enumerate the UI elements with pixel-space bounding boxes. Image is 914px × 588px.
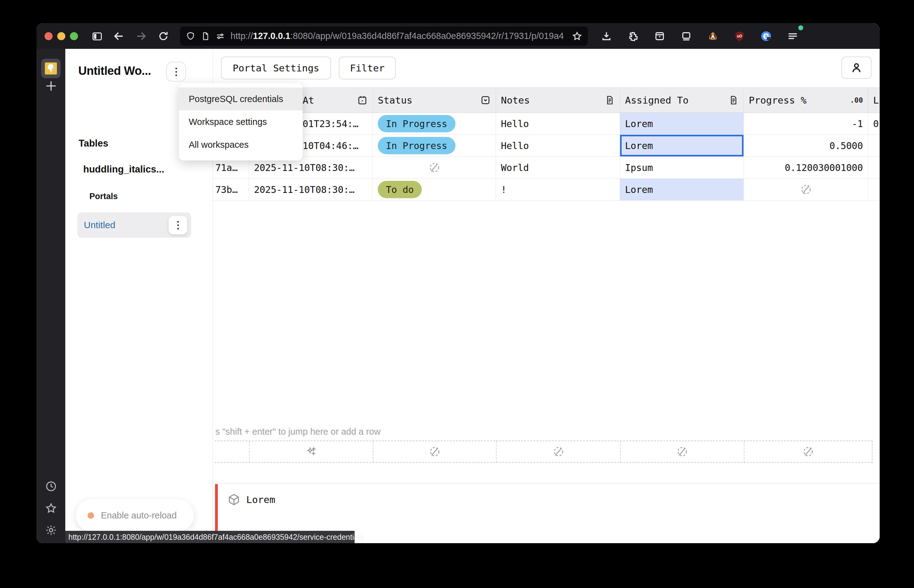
person-icon [850,61,863,74]
portal-menu-button[interactable] [169,215,188,235]
cell-notes[interactable]: ! [496,179,620,200]
header-l[interactable]: L [868,88,880,113]
menu-item-postgresql-credentials[interactable]: PostgreSQL credentials [179,87,303,110]
cell-progress[interactable]: -1 [744,113,868,134]
status-pill: To do [378,181,422,198]
history-clock-icon[interactable] [45,480,57,493]
menu-item-workspace-settings[interactable]: Workspace settings [179,110,303,133]
add-workspace-button[interactable] [44,79,58,94]
permissions-icon[interactable] [216,31,225,41]
forward-button[interactable] [133,27,150,45]
workspace-menu-button[interactable] [166,62,186,82]
user-button[interactable] [841,57,872,79]
sidebar-item-table[interactable]: huddling_italics... [83,164,164,175]
data-grid: At Status Notes [213,87,880,200]
status-bar-url: http://127.0.0.1:8080/app/w/019a36d4d86f… [68,533,364,542]
downloads-icon[interactable] [598,27,615,45]
cell-status[interactable]: In Progress [373,135,496,157]
cell-progress[interactable]: 0.5000 [744,135,868,157]
pin-icon [45,63,57,74]
app-sidebar [37,49,65,543]
cell-notes[interactable]: Hello [496,135,620,157]
new-cell-created-at[interactable] [249,441,373,462]
sidebar-toggle-icon[interactable] [89,27,106,45]
update-badge [798,25,803,30]
cell-created-at[interactable]: 2025-11-10T08:30:… [249,179,373,200]
browser-window: http://127.0.0.1:8080/app/w/019a36d4d86f… [37,23,880,543]
table-row: 10T04:46:… In Progress Hello Lorem 0.500… [213,135,880,157]
header-status[interactable]: Status [373,88,496,113]
back-button[interactable] [110,27,128,45]
header-progress[interactable]: Progress % .00 [744,88,868,113]
new-cell-notes[interactable] [496,441,620,462]
sidebar-item-portal[interactable]: Untitled [77,212,191,238]
url-text[interactable]: http://127.0.0.1:8080/app/w/019a36d4d86f… [230,31,567,41]
refresh-button[interactable] [155,27,172,45]
cell-progress[interactable]: 0.120030001000 [744,157,868,178]
portal-item-label: Untitled [84,220,169,230]
device-icon[interactable] [677,27,695,45]
cell-l[interactable] [868,157,880,178]
file-text-icon [605,95,615,105]
filter-button[interactable]: Filter [339,57,396,79]
page-icon[interactable] [201,32,210,41]
portals-heading: Portals [89,192,118,201]
grid-header: At Status Notes [213,87,880,113]
archive-icon[interactable] [651,27,668,45]
header-assigned-to[interactable]: Assigned To [620,88,744,113]
ublock-origin-icon[interactable]: uO [731,27,748,45]
settings-gear-icon[interactable] [45,524,57,536]
portal-settings-button[interactable]: Portal Settings [221,57,331,79]
cell-notes[interactable]: Hello [496,113,620,134]
cell-assigned-to-selected[interactable]: Lorem [620,135,744,157]
privacy-badger-icon[interactable] [704,27,721,45]
menu-item-all-workspaces[interactable]: All workspaces [179,133,303,156]
auto-reload-dot-icon [88,512,94,519]
new-row-placeholder[interactable] [215,441,872,463]
cell-l[interactable] [868,135,880,157]
cell-progress-empty[interactable] [744,179,868,200]
cell-assigned-to[interactable]: Lorem [620,179,744,200]
footer-label: Lorem [246,494,275,505]
cell-status[interactable]: In Progress [373,113,496,134]
calendar-icon [357,95,368,105]
header-notes[interactable]: Notes [496,88,620,113]
cell-l[interactable] [868,179,880,200]
zoom-window-button[interactable] [70,32,78,40]
url-path: :8080/app/w/019a36d4d86f7af4ac668a0e8693… [290,31,564,41]
favorites-star-icon[interactable] [45,502,57,514]
shield-icon[interactable] [186,31,196,41]
cell-assigned-to[interactable]: Lorem [620,113,744,134]
url-bar[interactable]: http://127.0.0.1:8080/app/w/019a36d4d86f… [180,27,588,46]
app-menu-icon[interactable] [784,27,801,45]
new-cell-assigned-to[interactable] [620,441,744,462]
browser-chrome: http://127.0.0.1:8080/app/w/019a36d4d86f… [37,23,880,49]
status-pill: In Progress [378,115,455,132]
new-cell-progress[interactable] [744,441,872,462]
enable-auto-reload-button[interactable]: Enable auto-reload [76,499,194,532]
portal-main: Portal Settings Filter At Status [213,49,880,543]
cell-status[interactable]: To do [373,179,496,200]
select-field-icon [480,95,491,105]
table-row: 73b… 2025-11-10T08:30:… To do ! Lorem [213,179,880,200]
auto-reload-label: Enable auto-reload [101,510,177,520]
minimize-window-button[interactable] [57,32,65,40]
new-row-hint: s "shift + enter" to jump here or add a … [216,426,381,437]
cell-id[interactable]: 73b… [213,179,249,200]
cell-l[interactable]: 0 [868,113,880,134]
bookmark-star-icon[interactable] [572,31,582,41]
cell-notes[interactable]: World [496,157,620,178]
cube-icon [227,493,241,506]
new-cell-status[interactable] [373,441,496,462]
null-icon [676,446,688,457]
chrome-extensions-area: uO [598,27,801,45]
kebab-icon [177,221,179,229]
onepassword-icon[interactable] [757,27,775,45]
new-cell-id[interactable] [215,441,249,462]
close-window-button[interactable] [45,32,53,40]
extensions-icon[interactable] [624,27,642,45]
app-logo-pin-icon[interactable] [41,59,61,78]
null-icon [553,446,564,457]
cell-status-empty[interactable] [373,157,496,178]
cell-assigned-to[interactable]: Ipsum [620,157,744,178]
